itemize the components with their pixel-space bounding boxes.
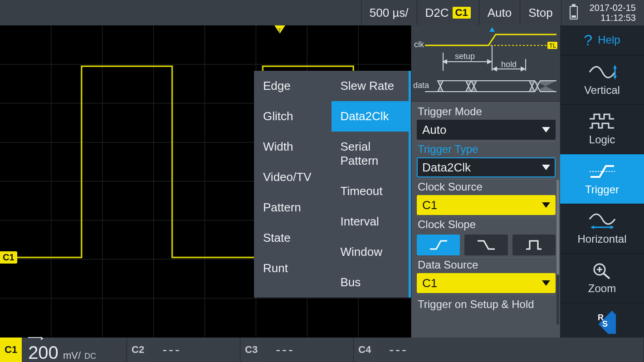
chevron-down-icon (542, 280, 550, 286)
setup-hold-label: Trigger on Setup & Hold (417, 295, 556, 313)
channel-c3[interactable]: C3--- (240, 338, 354, 362)
clock-slope-falling[interactable] (464, 235, 507, 255)
probe-icon (28, 337, 41, 342)
trigger-icon (588, 162, 617, 181)
trigger-type-option-interval[interactable]: Interval (332, 206, 409, 237)
svg-marker-23 (493, 67, 497, 71)
setup-hold-diagram: TL clk data setup hold (411, 25, 560, 102)
clock-source-label: Clock Source (417, 179, 556, 195)
acquisition-mode[interactable]: Auto (479, 0, 520, 25)
top-status-bar: 500 µs/ D2C C1 Auto Stop 2017-02-15 11:1… (0, 0, 644, 25)
datetime-readout: 2017-02-15 11:12:53 (590, 3, 636, 23)
chevron-down-icon (542, 202, 550, 208)
side-nav: ? Help Vertical Logic Trigger Horizontal (560, 25, 644, 338)
trigger-summary[interactable]: D2C C1 (417, 0, 479, 25)
battery-icon (570, 6, 578, 20)
trigger-type-option-runt[interactable]: Runt (254, 253, 332, 284)
clock-source-select[interactable]: C1 (417, 195, 556, 215)
zoom-icon (588, 261, 617, 279)
svg-marker-26 (613, 76, 617, 79)
data-source-select[interactable]: C1 (417, 273, 556, 293)
nav-trigger[interactable]: Trigger (560, 154, 644, 204)
clock-slope-label: Clock Slope (417, 217, 556, 233)
trigger-mode-label: Trigger Mode (417, 104, 556, 120)
trigger-type-option-bus[interactable]: Bus (332, 267, 409, 298)
data-source-label: Data Source (417, 257, 556, 273)
channel-ground-marker-c1[interactable]: C1 (0, 251, 17, 264)
nav-zoom[interactable]: Zoom (560, 254, 644, 303)
trigger-type-option-state[interactable]: State (254, 223, 332, 253)
trigger-type-option-width[interactable]: Width (254, 132, 332, 162)
trigger-type-option-slewrate[interactable]: Slew Rate (332, 71, 409, 101)
svg-line-34 (604, 274, 610, 279)
config-scrollbar[interactable] (556, 180, 559, 325)
run-stop-button[interactable]: Stop (520, 0, 561, 25)
battery-status (561, 0, 588, 25)
nav-vertical[interactable]: Vertical (560, 55, 644, 105)
svg-marker-21 (443, 60, 447, 64)
svg-marker-15 (489, 27, 495, 32)
channel-c4[interactable]: C4--- (354, 338, 644, 362)
channel-c2[interactable]: C2--- (127, 338, 240, 362)
chevron-down-icon (542, 165, 550, 170)
horizontal-icon (588, 212, 617, 230)
trigger-type-option-window[interactable]: Window (332, 237, 409, 267)
trigger-type-popup: Edge Glitch Width Video/TV Pattern State… (254, 71, 411, 298)
clock-slope-rising[interactable] (417, 235, 460, 255)
nav-horizontal[interactable]: Horizontal (560, 204, 644, 254)
svg-marker-22 (488, 60, 491, 64)
trigger-config-panel: TL clk data setup hold (411, 25, 560, 338)
logic-icon (588, 113, 617, 131)
channel-bar: C1 200 mV/ DC C2--- C3--- C4--- (0, 338, 644, 362)
waveform-display[interactable]: T C1 TL Edge Glitch Width Video/TV Patte… (0, 25, 411, 338)
clock-slope-either[interactable] (512, 235, 556, 255)
svg-text:TL: TL (549, 42, 556, 49)
trigger-channel-badge: C1 (453, 7, 471, 19)
svg-marker-29 (590, 225, 594, 229)
help-icon: ? (584, 31, 592, 49)
trigger-type-option-glitch[interactable]: Glitch (254, 101, 332, 132)
channel-c1[interactable]: C1 200 mV/ DC (0, 338, 127, 362)
trigger-type-option-pattern[interactable]: Pattern (254, 192, 332, 223)
nav-logic[interactable]: Logic (560, 105, 644, 154)
svg-marker-30 (610, 225, 614, 229)
trigger-type-option-edge[interactable]: Edge (254, 71, 332, 101)
trigger-type-option-serialpattern[interactable]: Serial Pattern (332, 132, 409, 176)
chevron-down-icon (542, 127, 550, 132)
svg-marker-24 (521, 67, 525, 71)
trigger-type-option-data2clk[interactable]: Data2Clk (332, 101, 409, 132)
vertical-icon (588, 63, 617, 81)
trigger-type-label: Trigger Type (417, 142, 556, 157)
trigger-position-label: T (278, 27, 282, 34)
trigger-mode-select[interactable]: Auto (417, 120, 556, 140)
trigger-type-option-videotv[interactable]: Video/TV (254, 162, 332, 192)
brand-logo: R S (560, 303, 644, 338)
svg-text:S: S (602, 319, 608, 328)
nav-help[interactable]: ? Help (560, 25, 644, 55)
timebase-readout[interactable]: 500 µs/ (361, 0, 417, 25)
trigger-type-select[interactable]: Data2Clk (417, 157, 556, 177)
trigger-type-option-timeout[interactable]: Timeout (332, 176, 409, 206)
svg-marker-25 (613, 65, 617, 68)
rs-logo-icon: R S (589, 307, 616, 334)
